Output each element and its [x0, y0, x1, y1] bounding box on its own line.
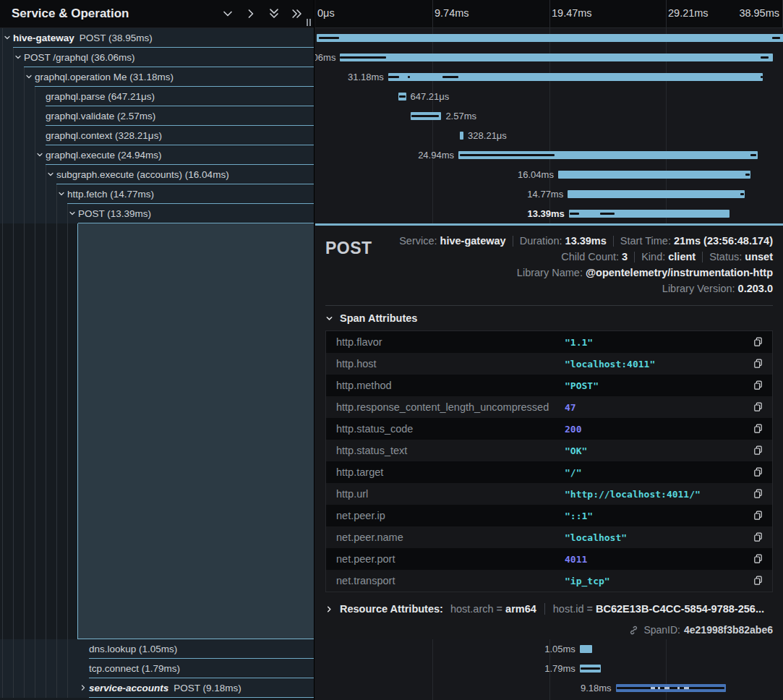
copy-icon[interactable]: [753, 466, 764, 478]
copy-icon[interactable]: [753, 445, 764, 456]
span-tree-row[interactable]: graphql.execute (24.94ms): [0, 145, 314, 165]
indent-guide: [2, 223, 3, 639]
chevron-down-icon[interactable]: [46, 170, 55, 179]
span-tree-row[interactable]: POST (13.39ms): [0, 204, 314, 223]
copy-icon[interactable]: [753, 575, 764, 586]
chevron-down-icon[interactable]: [35, 150, 44, 159]
span-bar[interactable]: [558, 171, 750, 179]
critical-path-segment: [761, 56, 769, 59]
span-bar[interactable]: [460, 132, 464, 140]
chevron-down-icon[interactable]: [14, 53, 22, 61]
timeline-row[interactable]: 24.94ms: [315, 145, 783, 165]
attribute-row: http.status_code 200: [326, 418, 772, 440]
span-bar[interactable]: [568, 190, 745, 198]
indent-guide: [56, 678, 57, 698]
chevron-down-icon[interactable]: [57, 189, 66, 198]
attribute-row: http.flavor "1.1": [326, 331, 772, 353]
copy-icon[interactable]: [753, 401, 764, 413]
span-tree-row[interactable]: service-accountsPOST (9.18ms): [0, 678, 314, 698]
indent-guide: [13, 106, 14, 126]
span-bar[interactable]: [317, 34, 783, 42]
indent-guide: [35, 678, 35, 698]
copy-icon[interactable]: [753, 532, 764, 543]
indent-guide: [24, 184, 25, 204]
copy-icon[interactable]: [753, 553, 764, 565]
timeline-row[interactable]: 1.05ms: [315, 639, 783, 659]
copy-icon[interactable]: [753, 358, 764, 370]
timeline-row[interactable]: 9.18ms: [315, 678, 783, 698]
expand-one-icon[interactable]: [241, 4, 260, 23]
critical-path-segment: [388, 76, 399, 78]
indent-guide: [13, 659, 14, 678]
axis-gridline: [549, 0, 550, 27]
service-name: service-accounts: [89, 683, 168, 693]
chevron-down-icon[interactable]: [3, 33, 12, 42]
copy-icon[interactable]: [753, 510, 764, 521]
axis-tick-label: 0μs: [317, 7, 335, 19]
timeline-row[interactable]: 31.18ms: [315, 67, 783, 87]
critical-path-segment: [570, 213, 579, 215]
copy-icon[interactable]: [753, 336, 764, 348]
attribute-row: http.host "localhost:4011": [326, 353, 772, 375]
indent-guide: [13, 87, 14, 106]
span-name: tcp.connect (1.79ms): [89, 659, 180, 678]
span-tree-row[interactable]: dns.lookup (1.05ms): [0, 639, 314, 659]
copy-icon[interactable]: [753, 380, 764, 391]
span-bar[interactable]: [580, 645, 592, 653]
resource-attributes-row[interactable]: Resource Attributes: host.arch = arm64ho…: [325, 597, 773, 621]
timeline-row[interactable]: 36.06ms: [315, 48, 783, 67]
indent-guide: [2, 126, 3, 145]
timeline-row[interactable]: [315, 28, 783, 48]
span-tree-row[interactable]: subgraph.execute (accounts) (16.04ms): [0, 165, 314, 184]
chevron-down-icon[interactable]: [25, 72, 33, 81]
panel-resize-handle[interactable]: [307, 19, 311, 26]
duration-label: 36.06ms: [315, 48, 335, 67]
expand-all-icon[interactable]: [288, 4, 307, 23]
span-bar[interactable]: [569, 210, 729, 218]
indent-guide: [56, 223, 57, 639]
span-tree-row[interactable]: tcp.connect (1.79ms): [0, 659, 314, 678]
duration-label: 16.04ms: [518, 165, 554, 184]
timeline-row[interactable]: 328.21μs: [315, 126, 783, 145]
meta-separator: [613, 236, 614, 247]
timeline-row[interactable]: 14.77ms: [315, 184, 783, 204]
span-tree-row[interactable]: http.fetch (14.77ms): [0, 184, 314, 204]
attribute-row: net.transport "ip_tcp": [326, 570, 772, 592]
indent-guide: [56, 204, 57, 223]
critical-path-segment: [617, 687, 724, 689]
meta-item: Service: hive-gateway: [399, 235, 506, 247]
indent-guide: [35, 184, 35, 204]
collapse-all-icon[interactable]: [265, 4, 283, 23]
span-tree-row[interactable]: graphql.validate (2.57ms): [0, 106, 314, 126]
timeline-row[interactable]: 16.04ms: [315, 165, 783, 184]
critical-path-segment: [745, 174, 750, 176]
resource-attributes-label: Resource Attributes:: [340, 603, 443, 615]
timeline-row[interactable]: 2.57ms: [315, 106, 783, 126]
copy-icon[interactable]: [753, 423, 764, 435]
attribute-row: http.url "http://localhost:4011/": [326, 483, 772, 505]
span-tree-row[interactable]: graphql.parse (647.21μs): [0, 87, 314, 106]
span-tree-row[interactable]: POST /graphql (36.06ms): [0, 48, 314, 67]
timeline-row[interactable]: 1.79ms: [315, 659, 783, 678]
timeline-row[interactable]: 13.39ms: [315, 204, 783, 223]
span-attributes-header[interactable]: Span Attributes: [325, 306, 773, 330]
attribute-key: http.status_code: [336, 423, 413, 435]
chevron-down-icon[interactable]: [68, 209, 77, 218]
span-tree-row[interactable]: graphql.context (328.21μs): [0, 126, 314, 145]
collapse-one-icon[interactable]: [218, 4, 237, 23]
chevron-right-icon[interactable]: [79, 683, 87, 692]
span-tree-row[interactable]: hive-gatewayPOST (38.95ms): [0, 28, 314, 48]
duration-label: 1.05ms: [544, 639, 576, 659]
span-bar[interactable]: [340, 54, 773, 61]
timeline-row[interactable]: 647.21μs: [315, 87, 783, 106]
span-name: graphql.operation Me (31.18ms): [35, 67, 174, 86]
attribute-row: http.response_content_length_uncompresse…: [326, 396, 772, 418]
indent-guide: [13, 639, 14, 659]
meta-separator: [513, 236, 513, 247]
meta-item: Duration: 13.39ms: [520, 235, 607, 247]
critical-path-segment: [442, 76, 458, 78]
span-tree-row[interactable]: graphql.operation Me (31.18ms): [0, 67, 314, 87]
indent-guide: [13, 184, 14, 204]
duration-label: 647.21μs: [411, 87, 450, 106]
copy-icon[interactable]: [753, 488, 764, 500]
